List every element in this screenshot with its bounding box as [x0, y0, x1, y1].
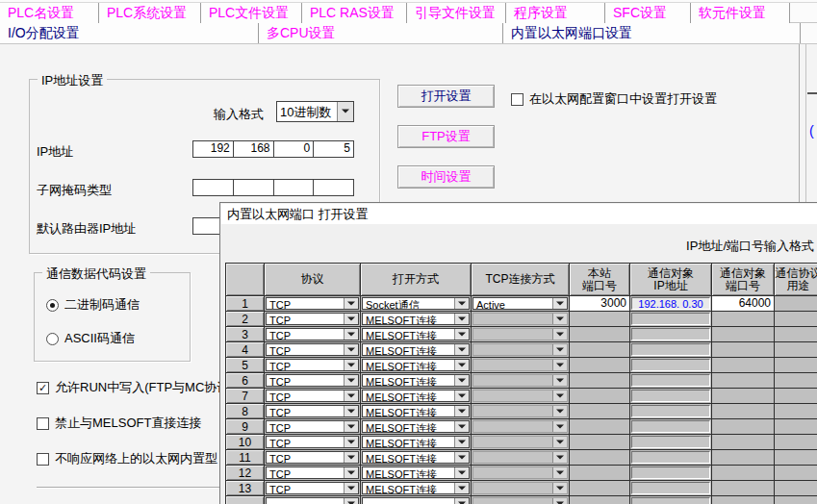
octet-field[interactable] [234, 180, 274, 195]
open-method-cell[interactable]: MELSOFT连接 [361, 358, 472, 373]
tcp-mode-cell[interactable] [472, 450, 570, 466]
subnet-mask-input[interactable] [192, 179, 354, 196]
chevron-down-icon[interactable] [344, 437, 358, 447]
chevron-down-icon[interactable] [337, 102, 353, 121]
time-settings-button[interactable]: 时间设置 [397, 165, 495, 189]
chevron-down-icon[interactable] [454, 498, 469, 504]
chevron-down-icon[interactable] [344, 344, 358, 355]
disable-melsoft-direct-checkbox[interactable]: 禁止与MELSOFT直接连接 [37, 415, 201, 432]
chevron-down-icon[interactable] [344, 421, 358, 432]
peer-ip-field[interactable]: 192.168. 0.30 [631, 297, 710, 310]
chevron-down-icon[interactable] [344, 391, 358, 401]
open-method-cell[interactable]: MELSOFT连接 [361, 435, 472, 450]
protocol-cell[interactable]: TCP [265, 389, 361, 404]
tab-row1-item-3[interactable]: PLC RAS设置 [302, 3, 407, 23]
open-method-cell[interactable]: MELSOFT连接 [361, 342, 472, 358]
protocol-cell[interactable] [265, 496, 361, 504]
tcp-mode-cell[interactable] [472, 389, 570, 404]
chevron-down-icon[interactable] [454, 467, 469, 478]
tab-row1-item-0[interactable]: PLC名设置 [0, 3, 99, 23]
chevron-down-icon[interactable] [552, 344, 567, 355]
input-format-select[interactable]: 10进制数 [276, 101, 354, 122]
checkbox-icon[interactable]: ✓ [37, 382, 49, 394]
tcp-mode-cell[interactable] [472, 312, 570, 327]
octet-field[interactable]: 192 [193, 141, 234, 157]
chevron-down-icon[interactable] [454, 329, 469, 340]
tab-row1-item-6[interactable]: SFC设置 [605, 3, 691, 23]
chevron-down-icon[interactable] [454, 391, 469, 401]
protocol-cell[interactable]: TCP [265, 466, 361, 481]
chevron-down-icon[interactable] [344, 329, 358, 340]
protocol-cell[interactable]: TCP [265, 342, 361, 358]
tcp-mode-cell[interactable] [472, 404, 570, 419]
open-method-cell[interactable]: MELSOFT连接 [361, 466, 472, 481]
octet-field[interactable]: 0 [274, 141, 315, 157]
octet-field[interactable]: 168 [234, 141, 274, 157]
tcp-mode-cell[interactable] [472, 435, 570, 450]
chevron-down-icon[interactable] [552, 483, 567, 493]
open-method-cell[interactable]: MELSOFT连接 [361, 389, 472, 404]
comm-code-radio-0[interactable]: 二进制码通信 [46, 296, 140, 314]
open-method-cell[interactable]: MELSOFT连接 [361, 312, 472, 327]
tab-row2-item-1[interactable]: 多CPU设置 [259, 23, 503, 43]
tcp-mode-cell[interactable]: Active [472, 296, 570, 312]
ethernet-config-checkbox[interactable]: 在以太网配置窗口中设置打开设置 [511, 90, 717, 108]
checkbox-icon[interactable] [511, 93, 523, 106]
comm-code-radio-1[interactable]: ASCII码通信 [46, 330, 135, 347]
open-method-cell[interactable]: MELSOFT连接 [361, 373, 472, 389]
tcp-mode-cell[interactable] [472, 466, 570, 481]
chevron-down-icon[interactable] [454, 360, 469, 370]
chevron-down-icon[interactable] [344, 406, 358, 416]
radio-icon[interactable] [46, 333, 59, 345]
radio-icon[interactable] [46, 299, 59, 312]
tcp-mode-cell[interactable] [472, 373, 570, 389]
open-method-cell[interactable]: MELSOFT连接 [361, 404, 472, 419]
no-response-search-checkbox[interactable]: 不响应网络上的以太网内置型 [37, 450, 217, 467]
checkbox-icon[interactable] [37, 453, 49, 466]
tab-row1-item-7[interactable]: 软元件设置 [691, 3, 790, 23]
protocol-cell[interactable]: TCP [265, 435, 361, 450]
chevron-down-icon[interactable] [344, 467, 358, 478]
chevron-down-icon[interactable] [552, 314, 567, 324]
chevron-down-icon[interactable] [454, 375, 469, 386]
chevron-down-icon[interactable] [454, 421, 469, 432]
protocol-cell[interactable]: TCP [265, 481, 361, 496]
chevron-down-icon[interactable] [552, 498, 567, 504]
open-method-cell[interactable]: MELSOFT连接 [361, 450, 472, 466]
chevron-down-icon[interactable] [344, 314, 358, 324]
protocol-cell[interactable]: TCP [265, 450, 361, 466]
protocol-cell[interactable]: TCP [265, 312, 361, 327]
open-method-cell[interactable]: MELSOFT连接 [361, 419, 472, 435]
tab-row2-item-2[interactable]: 内置以太网端口设置 [503, 23, 801, 43]
open-settings-button[interactable]: 打开设置 [397, 85, 495, 108]
allow-run-write-checkbox[interactable]: ✓允许RUN中写入(FTP与MC协议) [37, 379, 234, 396]
tcp-mode-cell[interactable] [472, 358, 570, 373]
octet-field[interactable] [274, 180, 315, 195]
checkbox-icon[interactable] [37, 417, 49, 430]
tcp-mode-cell[interactable] [472, 342, 570, 358]
protocol-cell[interactable]: TCP [265, 373, 361, 389]
protocol-cell[interactable]: TCP [265, 419, 361, 435]
chevron-down-icon[interactable] [552, 467, 567, 478]
protocol-cell[interactable]: TCP [265, 327, 361, 342]
chevron-down-icon[interactable] [552, 406, 567, 416]
peer-port-cell[interactable]: 64000 [712, 296, 775, 312]
protocol-cell[interactable]: TCP [265, 404, 361, 419]
chevron-down-icon[interactable] [454, 406, 469, 416]
chevron-down-icon[interactable] [344, 298, 358, 309]
open-method-cell[interactable] [361, 496, 472, 504]
chevron-down-icon[interactable] [454, 314, 469, 324]
chevron-down-icon[interactable] [552, 437, 567, 447]
tcp-mode-cell[interactable] [472, 481, 570, 496]
tab-row2-item-0[interactable]: I/O分配设置 [0, 23, 259, 43]
chevron-down-icon[interactable] [552, 452, 567, 463]
tcp-mode-cell[interactable] [472, 496, 570, 504]
chevron-down-icon[interactable] [344, 498, 358, 504]
chevron-down-icon[interactable] [552, 329, 567, 340]
octet-field[interactable]: 5 [314, 141, 353, 157]
tcp-mode-cell[interactable] [472, 419, 570, 435]
tab-row1-item-1[interactable]: PLC系统设置 [99, 3, 201, 23]
chevron-down-icon[interactable] [454, 452, 469, 463]
open-method-cell[interactable]: Socket通信 [361, 296, 472, 312]
chevron-down-icon[interactable] [344, 452, 358, 463]
